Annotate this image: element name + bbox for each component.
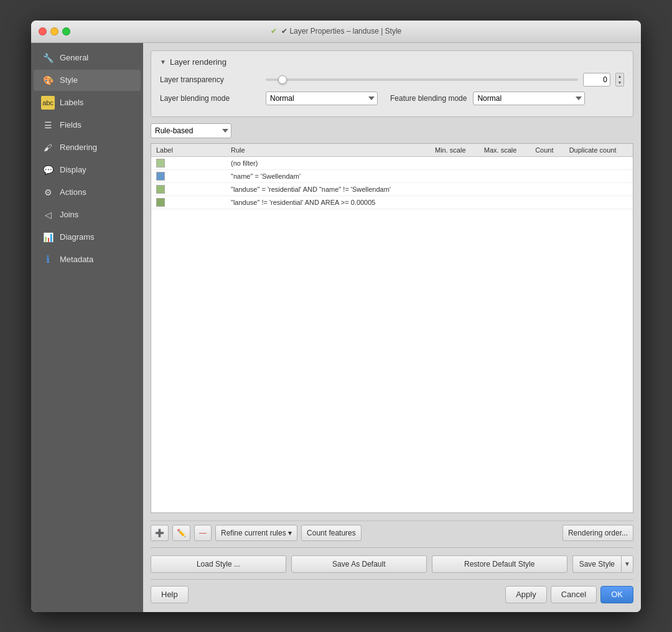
sidebar-item-joins[interactable]: ◁ Joins xyxy=(34,204,141,225)
save-style-label: Save Style xyxy=(579,560,615,568)
spin-up-button[interactable]: ▲ xyxy=(616,73,623,80)
rule-count-cell xyxy=(530,169,564,182)
spin-down-button[interactable]: ▼ xyxy=(616,80,623,86)
rule-max-scale-cell xyxy=(479,196,530,209)
blending-row: Layer blending mode Normal Multiply Scre… xyxy=(160,92,624,105)
maximize-button[interactable] xyxy=(62,27,70,35)
sidebar-item-metadata[interactable]: ℹ Metadata xyxy=(34,249,141,270)
count-features-label: Count features xyxy=(307,529,356,537)
help-button[interactable]: Help xyxy=(151,586,189,603)
remove-icon: — xyxy=(199,529,207,537)
add-rule-button[interactable]: ➕ xyxy=(151,525,169,541)
dropdown-arrow-icon: ▼ xyxy=(624,560,630,567)
sidebar-label-rendering: Rendering xyxy=(60,143,97,152)
save-style-button[interactable]: Save Style xyxy=(572,555,621,573)
save-as-default-label: Save As Default xyxy=(332,560,385,568)
sidebar-item-display[interactable]: 💬 Display xyxy=(34,159,141,181)
sidebar-label-joins: Joins xyxy=(60,210,78,219)
load-style-button[interactable]: Load Style ... xyxy=(151,555,286,573)
sidebar-item-actions[interactable]: ⚙ Actions xyxy=(34,182,141,203)
layer-blending-select[interactable]: Normal Multiply Screen Overlay xyxy=(266,92,378,105)
edit-rule-button[interactable]: ✏️ xyxy=(172,525,190,541)
transparency-spin-buttons: ▲ ▼ xyxy=(615,73,624,87)
save-style-dropdown-button[interactable]: ▼ xyxy=(621,555,633,573)
rule-min-scale-cell xyxy=(430,169,479,182)
sidebar-label-metadata: Metadata xyxy=(60,255,93,264)
close-button[interactable] xyxy=(39,27,47,35)
refine-label: Refine current rules ▾ xyxy=(221,529,292,537)
rule-max-scale-cell xyxy=(479,156,530,169)
window-title: ✔ ✔ Layer Properties – landuse | Style xyxy=(271,27,402,35)
main-window: ✔ ✔ Layer Properties – landuse | Style 🔧… xyxy=(31,21,641,612)
section-header-rendering: ▼ Layer rendering xyxy=(160,57,624,67)
table-row[interactable]: "landuse" = 'residential' AND "name" != … xyxy=(151,182,633,196)
sidebar-label-labels: Labels xyxy=(60,98,83,107)
divider-2 xyxy=(151,579,633,580)
rule-swatch xyxy=(156,159,165,167)
ok-label: OK xyxy=(611,590,623,599)
minimize-button[interactable] xyxy=(50,27,58,35)
slider-thumb xyxy=(278,75,287,84)
save-style-group: Save Style ▼ xyxy=(572,555,633,573)
display-icon: 💬 xyxy=(41,163,55,177)
feature-blending-select[interactable]: Normal Multiply Screen Overlay xyxy=(473,92,585,105)
rule-label-cell xyxy=(151,156,226,169)
general-icon: 🔧 xyxy=(41,51,55,65)
remove-rule-button[interactable]: — xyxy=(194,525,212,541)
sidebar: 🔧 General 🎨 Style abc Labels ☰ Fields 🖌 … xyxy=(31,43,143,612)
apply-button[interactable]: Apply xyxy=(505,586,547,603)
count-features-button[interactable]: Count features xyxy=(301,525,362,541)
table-row[interactable]: "name" = 'Swellendam' xyxy=(151,169,633,182)
style-buttons-row: Load Style ... Save As Default Restore D… xyxy=(151,550,633,577)
sidebar-item-fields[interactable]: ☰ Fields xyxy=(34,115,141,136)
col-header-label: Label xyxy=(151,144,226,157)
sidebar-item-labels[interactable]: abc Labels xyxy=(34,92,141,113)
sidebar-item-general[interactable]: 🔧 General xyxy=(34,47,141,68)
transparency-label: Layer transparency xyxy=(160,75,266,84)
rule-label-cell xyxy=(151,182,226,196)
style-icon: 🎨 xyxy=(41,73,55,87)
sidebar-item-diagrams[interactable]: 📊 Diagrams xyxy=(34,227,141,248)
sidebar-label-fields: Fields xyxy=(60,120,82,130)
divider xyxy=(151,547,633,548)
col-header-duplicate-count: Duplicate count xyxy=(564,144,633,157)
table-row[interactable]: "landuse" != 'residential' AND AREA >= 0… xyxy=(151,196,633,209)
rule-max-scale-cell xyxy=(479,182,530,196)
rule-expression-cell: (no filter) xyxy=(226,156,430,169)
apply-label: Apply xyxy=(516,590,536,599)
sidebar-label-general: General xyxy=(60,53,88,62)
rules-table-container: Label Rule Min. scale Max. scale Count D… xyxy=(151,143,633,513)
dialog-buttons-row: Help Apply Cancel OK xyxy=(151,582,633,605)
cancel-label: Cancel xyxy=(561,590,586,599)
transparency-slider[interactable] xyxy=(266,78,578,81)
rendering-order-label: Rendering order... xyxy=(568,529,628,537)
sidebar-label-display: Display xyxy=(60,165,86,174)
refine-rules-button[interactable]: Refine current rules ▾ xyxy=(215,525,297,541)
renderer-type-row: Rule-based Single symbol Categorized Gra… xyxy=(151,123,633,138)
rule-count-cell xyxy=(530,156,564,169)
table-row[interactable]: (no filter) xyxy=(151,156,633,169)
ok-button[interactable]: OK xyxy=(600,586,633,603)
joins-icon: ◁ xyxy=(41,208,55,222)
rule-max-scale-cell xyxy=(479,169,530,182)
rule-label-cell xyxy=(151,196,226,209)
diagrams-icon: 📊 xyxy=(41,230,55,244)
titlebar: ✔ ✔ Layer Properties – landuse | Style xyxy=(31,21,641,43)
rules-toolbar: ➕ ✏️ — Refine current rules ▾ Count feat… xyxy=(151,521,633,545)
traffic-lights xyxy=(39,27,70,35)
title-icon: ✔ xyxy=(271,27,277,35)
sidebar-item-rendering[interactable]: 🖌 Rendering xyxy=(34,137,141,158)
rendering-order-button[interactable]: Rendering order... xyxy=(562,525,633,541)
restore-default-button[interactable]: Restore Default Style xyxy=(432,555,567,573)
rule-expression-cell: "landuse" = 'residential' AND "name" != … xyxy=(226,182,430,196)
save-as-default-button[interactable]: Save As Default xyxy=(291,555,427,573)
cancel-button[interactable]: Cancel xyxy=(551,586,597,603)
transparency-value-input[interactable] xyxy=(583,73,610,87)
sidebar-item-style[interactable]: 🎨 Style xyxy=(34,70,141,91)
renderer-type-select[interactable]: Rule-based Single symbol Categorized Gra… xyxy=(151,123,231,138)
collapse-icon[interactable]: ▼ xyxy=(160,59,166,65)
rule-expression-cell: "landuse" != 'residential' AND AREA >= 0… xyxy=(226,196,430,209)
section-title-rendering: Layer rendering xyxy=(170,57,226,67)
add-icon: ➕ xyxy=(155,529,164,537)
labels-icon: abc xyxy=(41,96,55,110)
